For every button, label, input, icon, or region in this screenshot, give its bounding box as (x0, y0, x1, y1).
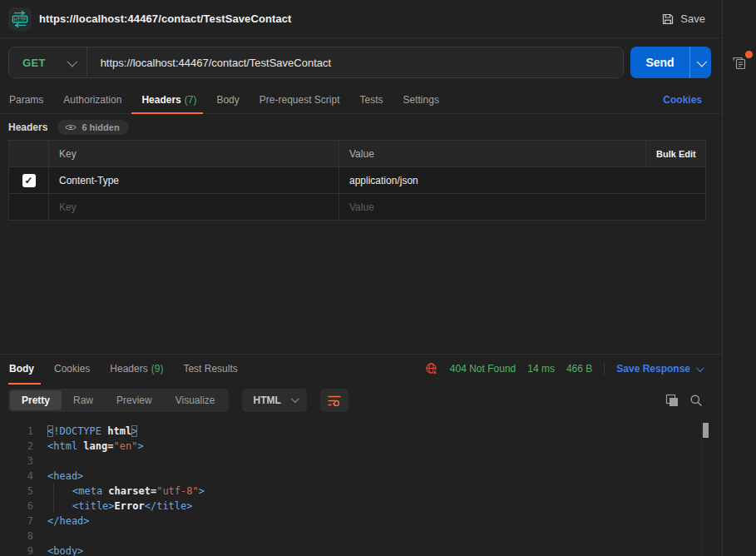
wrap-lines-button[interactable] (320, 389, 348, 412)
headers-count-badge: (7) (185, 94, 197, 106)
divider (604, 362, 605, 375)
send-options-caret[interactable] (689, 47, 711, 78)
save-button[interactable]: Save (656, 9, 710, 29)
code-line: 5<meta charset="utf-8"> (0, 484, 722, 499)
main-panel: HTTP https://localhost:44467/contact/Tes… (0, 0, 722, 556)
chevron-down-icon (67, 56, 77, 67)
notification-dot (745, 51, 753, 58)
chevron-down-icon (291, 395, 299, 403)
row-checkbox[interactable]: ✓ (22, 174, 36, 187)
code-snippet-button[interactable] (729, 10, 749, 30)
select-column-header (9, 141, 49, 167)
tab-pre-request-script[interactable]: Pre-request Script (250, 87, 350, 113)
method-label: GET (22, 57, 46, 69)
view-pretty[interactable]: Pretty (10, 390, 62, 410)
url-input[interactable]: https://localhost:44467/contact/TestSave… (87, 57, 345, 69)
response-tab-body[interactable]: Body (8, 355, 44, 384)
response-body-code[interactable]: 1<!DOCTYPE html>2<html lang="en">34<head… (0, 417, 722, 556)
request-tab-bar: HTTP https://localhost:44467/contact/Tes… (0, 0, 722, 38)
key-column-header: Key (49, 141, 339, 167)
response-section-tabs: Body Cookies Headers (9) Test Results 40… (0, 354, 722, 384)
view-raw[interactable]: Raw (62, 390, 105, 410)
headers-table: Key Value Bulk Edit ✓ Content-Type appli… (8, 140, 706, 221)
http-request-icon: HTTP (8, 7, 32, 31)
method-selector[interactable]: GET (9, 57, 86, 69)
header-value-cell[interactable]: application/json (339, 167, 706, 194)
response-tab-headers[interactable]: Headers (9) (100, 355, 173, 384)
view-mode-switcher: Pretty Raw Preview Visualize (8, 389, 229, 412)
response-meta: 404 Not Found 14 ms 466 B Save Response (425, 355, 722, 384)
code-line: 7</head> (0, 514, 722, 529)
cookies-link[interactable]: Cookies (663, 87, 722, 113)
clipboard-button[interactable] (729, 53, 749, 73)
status-badge[interactable]: 404 Not Found (450, 363, 516, 375)
copy-icon[interactable] (665, 394, 679, 407)
response-tools (665, 394, 711, 407)
format-label: HTML (254, 395, 281, 406)
headers-section-header: Headers 6 hidden (0, 114, 722, 140)
view-visualize[interactable]: Visualize (164, 390, 227, 410)
code-line: 9<body> (0, 544, 722, 556)
indent-guide (53, 484, 72, 498)
format-selector[interactable]: HTML (242, 389, 307, 412)
code-line: 1<!DOCTYPE html> (0, 424, 722, 439)
save-response-label: Save Response (616, 363, 690, 375)
app-window: HTTP https://localhost:44467/contact/Tes… (0, 0, 756, 556)
network-error-icon (425, 362, 438, 375)
url-control: GET https://localhost:44467/contact/Test… (8, 47, 624, 78)
line-number: 7 (0, 514, 33, 529)
chevron-down-icon (697, 56, 708, 67)
value-column-header: Value (339, 141, 646, 167)
tab-tests[interactable]: Tests (350, 87, 393, 113)
tab-headers[interactable]: Headers (7) (131, 87, 206, 113)
table-row-empty: Key Value (9, 194, 706, 221)
save-icon (661, 12, 674, 26)
eye-icon (65, 123, 77, 132)
response-tab-cookies[interactable]: Cookies (44, 355, 100, 384)
header-key-cell[interactable]: Content-Type (49, 167, 339, 194)
row-select-cell (9, 194, 49, 221)
scrollbar-thumb[interactable] (703, 423, 709, 438)
hidden-headers-toggle[interactable]: 6 hidden (57, 120, 128, 135)
send-button[interactable]: Send (630, 47, 711, 78)
right-sidebar (722, 0, 756, 556)
table-row: ✓ Content-Type application/json (9, 167, 706, 194)
response-body-toolbar: Pretty Raw Preview Visualize HTML (0, 384, 722, 417)
search-icon[interactable] (689, 394, 703, 407)
tab-settings[interactable]: Settings (393, 87, 449, 113)
line-number: 6 (0, 499, 33, 514)
row-select-cell: ✓ (9, 167, 49, 194)
spacer (0, 221, 722, 354)
headers-section-title: Headers (8, 122, 47, 133)
save-response-button[interactable]: Save Response (616, 363, 702, 375)
hidden-headers-label: 6 hidden (82, 122, 119, 132)
tab-params[interactable]: Params (8, 87, 53, 113)
bulk-edit-button[interactable]: Bulk Edit (646, 141, 706, 167)
save-label: Save (680, 12, 705, 25)
response-tab-test-results[interactable]: Test Results (173, 355, 247, 384)
indent-guide (53, 499, 72, 513)
code-line: 4<head> (0, 469, 722, 484)
wrap-lines-icon (327, 395, 342, 406)
response-headers-count: (9) (151, 363, 164, 375)
clipboard-icon (731, 55, 748, 72)
new-value-input[interactable]: Value (339, 194, 706, 221)
line-number: 3 (0, 454, 33, 469)
view-preview[interactable]: Preview (105, 390, 164, 410)
new-key-input[interactable]: Key (49, 194, 339, 221)
table-header-row: Key Value Bulk Edit (9, 141, 706, 167)
svg-text:HTTP: HTTP (14, 16, 27, 21)
request-builder-row: GET https://localhost:44467/contact/Test… (0, 38, 722, 87)
line-number: 2 (0, 439, 33, 454)
response-size[interactable]: 466 B (566, 363, 592, 375)
response-time[interactable]: 14 ms (527, 363, 555, 375)
tab-authorization[interactable]: Authorization (53, 87, 131, 113)
scrollbar-track[interactable] (701, 418, 709, 556)
line-number: 9 (0, 544, 33, 556)
line-number: 8 (0, 529, 33, 544)
code-line: 8 (0, 529, 722, 544)
tab-body[interactable]: Body (206, 87, 249, 113)
chevron-down-icon (696, 364, 704, 372)
code-line: 3 (0, 454, 722, 469)
line-number: 5 (0, 484, 33, 499)
